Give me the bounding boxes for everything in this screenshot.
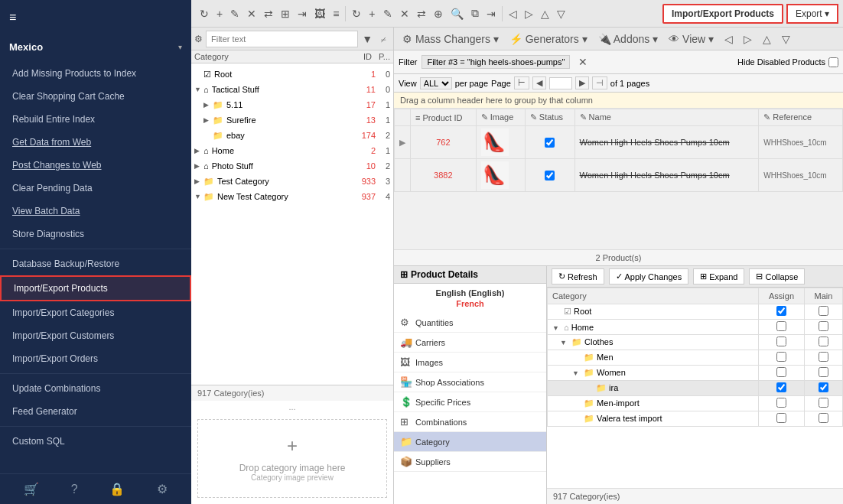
nav-right-btn[interactable]: ▷ bbox=[521, 5, 537, 22]
assign-cb-valera[interactable] bbox=[759, 411, 805, 427]
col-status[interactable]: ✎ Status bbox=[525, 109, 574, 126]
sidebar-item-get-data[interactable]: Get Data from Web bbox=[0, 131, 191, 154]
assign-checkbox-men[interactable] bbox=[776, 352, 786, 362]
details-item-combinations[interactable]: ⊞ Combinations bbox=[394, 412, 546, 432]
main-checkbox-valera[interactable] bbox=[819, 413, 828, 423]
details-item-images[interactable]: 🖼 Images bbox=[394, 353, 546, 372]
tree-item-root[interactable]: ☑ Root 1 0 bbox=[191, 67, 393, 82]
refresh-assign-btn[interactable]: ↻ Refresh bbox=[552, 268, 604, 285]
refresh-btn[interactable]: ↻ bbox=[196, 5, 213, 22]
main-cb-home[interactable] bbox=[805, 320, 843, 335]
col-product-id[interactable]: ≡ Product ID bbox=[411, 109, 477, 126]
tree-item-surefire[interactable]: ▶ 📁 Surefire 13 1 bbox=[191, 112, 393, 128]
details-item-shop-associations[interactable]: 🏪 Shop Associations bbox=[394, 372, 546, 392]
filter-clear-btn[interactable]: ✕ bbox=[574, 54, 591, 70]
edit-btn[interactable]: ✎ bbox=[226, 5, 243, 22]
col-main[interactable]: Main bbox=[805, 288, 843, 304]
col-name[interactable]: ✎ Name bbox=[574, 109, 759, 126]
main-checkbox-men-import[interactable] bbox=[819, 398, 828, 408]
assign-checkbox-men-import[interactable] bbox=[776, 398, 786, 408]
view-btn[interactable]: 👁 View ▾ bbox=[665, 31, 718, 47]
main-checkbox[interactable] bbox=[819, 306, 828, 316]
assign-cb-home[interactable] bbox=[759, 320, 805, 335]
sidebar-item-update-combinations[interactable]: Update Combinations bbox=[0, 377, 191, 400]
main-cb-men-import[interactable] bbox=[805, 396, 843, 411]
tree-item-new-test[interactable]: ▼ 📁 New Test Category 937 4 bbox=[191, 189, 393, 204]
delete-btn[interactable]: ✕ bbox=[243, 5, 260, 22]
sidebar-item-import-export-products[interactable]: Import/Export Products bbox=[0, 275, 191, 301]
assign-row-home[interactable]: ▼ ⌂ Home bbox=[548, 320, 843, 335]
tree-item-511[interactable]: ▶ 📁 5.11 17 1 bbox=[191, 97, 393, 112]
nav-left-btn-2[interactable]: ◁ bbox=[721, 31, 737, 47]
filter-value[interactable]: Filter #3 = "high heels-shoes-pumps" bbox=[422, 55, 570, 69]
assign-checkbox[interactable] bbox=[776, 306, 786, 316]
assign-row-root[interactable]: ☑ Root bbox=[548, 304, 843, 320]
main-cb-root[interactable] bbox=[805, 304, 843, 320]
sidebar-item-custom-sql[interactable]: Custom SQL bbox=[0, 430, 191, 453]
sidebar-item-rebuild-index[interactable]: Rebuild Entire Index bbox=[0, 108, 191, 131]
sidebar-item-clear-cache[interactable]: Clear Shopping Cart Cache bbox=[0, 85, 191, 108]
sidebar-item-add-missing[interactable]: Add Missing Products to Index bbox=[0, 62, 191, 85]
category-image-drop[interactable]: + Drop category image here Category imag… bbox=[197, 419, 387, 498]
main-checkbox-men[interactable] bbox=[819, 352, 828, 362]
sidebar-item-db-backup[interactable]: Database Backup/Restore bbox=[0, 252, 191, 275]
details-item-carriers[interactable]: 🚚 Carriers bbox=[394, 333, 546, 353]
tree-item-home[interactable]: ▶ ⌂ Home 2 1 bbox=[191, 143, 393, 158]
swap-btn-2[interactable]: ⇄ bbox=[413, 5, 430, 22]
details-item-suppliers[interactable]: 📦 Suppliers bbox=[394, 452, 546, 472]
search-btn[interactable]: 🔍 bbox=[447, 5, 467, 22]
swap-btn[interactable]: ⇄ bbox=[260, 5, 277, 22]
lock-icon[interactable]: 🔒 bbox=[109, 482, 125, 496]
assign-row-men-import[interactable]: 📁 Men-import bbox=[548, 396, 843, 411]
main-checkbox-home[interactable] bbox=[819, 321, 828, 331]
image-btn[interactable]: 🖼 bbox=[311, 5, 329, 22]
product-row-2[interactable]: 3882 👠 bbox=[395, 159, 843, 192]
prev-page-btn[interactable]: ◀ bbox=[532, 76, 546, 89]
nav-down-btn[interactable]: ▽ bbox=[553, 5, 569, 22]
assign-row-clothes[interactable]: ▼ 📁 Clothes bbox=[548, 335, 843, 350]
assign-cb-men-import[interactable] bbox=[759, 396, 805, 411]
details-item-category[interactable]: 📁 Category bbox=[394, 432, 546, 452]
tree-item-photo[interactable]: ▶ ⌂ Photo Stuff 10 2 bbox=[191, 158, 393, 174]
status-cb-1[interactable] bbox=[545, 138, 555, 148]
assign-row-men[interactable]: 📁 Men bbox=[548, 350, 843, 366]
per-page-select[interactable]: ALL 10 25 50 bbox=[420, 77, 452, 89]
import-export-products-btn[interactable]: Import/Export Products bbox=[662, 4, 783, 24]
details-item-specific-prices[interactable]: 💲 Specific Prices bbox=[394, 392, 546, 412]
first-page-btn[interactable]: ⊢ bbox=[514, 76, 529, 89]
nav-down-btn-2[interactable]: ▽ bbox=[778, 31, 794, 47]
main-cb-clothes[interactable] bbox=[805, 335, 843, 350]
copy-btn[interactable]: ⊕ bbox=[430, 5, 447, 22]
col-reference[interactable]: ✎ Reference bbox=[759, 109, 843, 126]
assign-row-women[interactable]: ▼ 📁 Women bbox=[548, 366, 843, 381]
sidebar-item-store-diagnostics[interactable]: Store Diagnostics bbox=[0, 223, 191, 245]
product-row-1[interactable]: ▶ 762 👠 bbox=[395, 126, 843, 159]
main-cb-ira[interactable] bbox=[805, 381, 843, 396]
assign-row-ira[interactable]: 📁 ira bbox=[548, 381, 843, 396]
delete-btn-2[interactable]: ✕ bbox=[396, 5, 413, 22]
filter-arrow-icon[interactable]: ▼ bbox=[358, 31, 376, 47]
nav-right-btn-2[interactable]: ▷ bbox=[740, 31, 756, 47]
col-category-assign[interactable]: Category bbox=[548, 288, 759, 304]
assign-checkbox-clothes[interactable] bbox=[776, 337, 786, 346]
move-btn[interactable]: ⇥ bbox=[483, 5, 500, 22]
assign-checkbox-valera[interactable] bbox=[776, 413, 786, 423]
main-checkbox-women[interactable] bbox=[819, 367, 828, 377]
sidebar-store[interactable]: Mexico ▾ bbox=[0, 35, 191, 59]
sidebar-item-post-changes[interactable]: Post Changes to Web bbox=[0, 154, 191, 177]
sidebar-item-view-batch[interactable]: View Batch Data bbox=[0, 200, 191, 223]
product-status-2[interactable] bbox=[525, 159, 574, 192]
nav-left-btn[interactable]: ◁ bbox=[505, 5, 521, 22]
assign-cb-men[interactable] bbox=[759, 350, 805, 366]
apply-changes-btn[interactable]: ✓ Apply Changes bbox=[609, 268, 689, 285]
page-input[interactable]: 1 bbox=[549, 77, 572, 89]
nav-up-btn-2[interactable]: △ bbox=[759, 31, 775, 47]
sidebar-item-feed-generator[interactable]: Feed Generator bbox=[0, 400, 191, 423]
assign-checkbox-ira[interactable] bbox=[776, 382, 786, 392]
tab-btn[interactable]: ⇥ bbox=[294, 5, 311, 22]
cart-icon[interactable]: 🛒 bbox=[24, 482, 39, 496]
tree-item-ebay[interactable]: 📁 ebay 174 2 bbox=[191, 128, 393, 143]
status-cb-2[interactable] bbox=[545, 171, 555, 180]
expand-btn[interactable]: ⊞ Expand bbox=[693, 268, 744, 285]
main-cb-valera[interactable] bbox=[805, 411, 843, 427]
